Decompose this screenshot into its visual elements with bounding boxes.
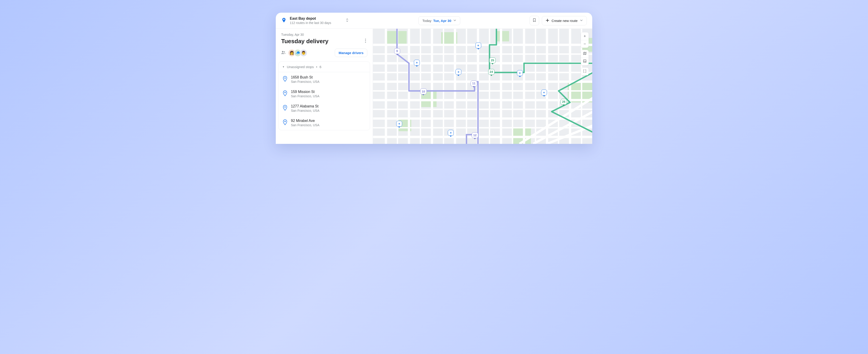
unassigned-count: 6 <box>319 65 321 69</box>
stop-address: 1277 Alabama St <box>291 104 319 108</box>
map-add-stop-marker[interactable]: + <box>396 121 402 127</box>
stop-address: 159 Mission St <box>291 90 319 94</box>
map-add-stop-marker[interactable]: + <box>541 90 547 95</box>
unassigned-label: Unassigned stops <box>287 65 314 69</box>
map-stop-marker[interactable]: 12 <box>472 132 478 138</box>
route-menu-button[interactable] <box>364 37 367 45</box>
depot-name: East Bay depot <box>290 17 331 21</box>
zoom-out-button[interactable]: − <box>581 40 589 48</box>
fullscreen-button[interactable] <box>581 68 589 75</box>
bookmark-icon <box>532 18 536 23</box>
map-stop-marker[interactable]: 10 <box>420 88 427 94</box>
map-add-stop-marker[interactable]: + <box>456 69 461 75</box>
date-prefix: Today <box>422 19 431 23</box>
route-title: Tuesday delivery <box>281 38 329 45</box>
stop-city: San Francisco, USA <box>291 80 319 84</box>
plus-icon <box>546 19 549 23</box>
map-stop-marker[interactable]: 25 <box>489 57 495 63</box>
map-add-stop-marker[interactable]: + <box>517 70 523 76</box>
drivers-row: 👩🧢👨 Manage drivers <box>276 49 373 61</box>
svg-point-4 <box>284 51 285 53</box>
chevron-down-icon <box>453 19 456 23</box>
date-value: Tue, Apr 30 <box>433 19 451 23</box>
map-stop-marker[interactable]: 24 <box>488 69 495 75</box>
svg-point-3 <box>282 51 283 53</box>
svg-point-0 <box>365 39 366 39</box>
unassigned-stops-toggle[interactable]: ▼ Unassigned stops • 6 <box>279 62 370 72</box>
map-stop-marker[interactable]: 9 <box>394 48 400 54</box>
stop-address: 1658 Bush St <box>291 75 319 79</box>
minus-icon: − <box>584 41 586 47</box>
svg-point-2 <box>365 42 366 43</box>
stop-city: San Francisco, USA <box>291 94 319 98</box>
more-vertical-icon <box>365 39 366 43</box>
manage-drivers-label: Manage drivers <box>339 51 364 55</box>
caret-down-icon: ▼ <box>282 66 285 68</box>
depot-selector[interactable]: East Bay depot 112 routes in the last 30… <box>281 17 349 25</box>
unassigned-stops-card: ▼ Unassigned stops • 6 1658 Bush StSan F… <box>278 61 370 130</box>
sidebar: Tuesday, Apr 30 Tuesday delivery 👩🧢👨 <box>276 29 373 144</box>
add-stop-pin-icon <box>282 76 288 82</box>
app-window: East Bay depot 112 routes in the last 30… <box>276 13 592 144</box>
stop-city: San Francisco, USA <box>291 109 319 112</box>
map-pane[interactable]: 9+10++1112++2524++26 + − <box>373 29 592 144</box>
map-icon <box>583 52 587 56</box>
map-add-stop-marker[interactable]: + <box>475 42 481 49</box>
map-style-button[interactable] <box>581 50 589 58</box>
plus-icon: + <box>584 34 586 39</box>
chevron-down-icon <box>580 19 583 23</box>
map-add-stop-marker[interactable]: + <box>448 130 454 136</box>
satellite-button[interactable] <box>581 58 589 65</box>
date-picker[interactable]: Today Tue, Apr 30 <box>418 16 460 25</box>
add-stop-pin-icon <box>282 119 288 125</box>
stops-list: 1658 Bush StSan Francisco, USA159 Missio… <box>279 72 370 130</box>
people-icon <box>281 51 286 55</box>
route-date: Tuesday, Apr 30 <box>281 33 367 36</box>
create-route-button[interactable]: Create new route <box>542 16 587 25</box>
zoom-in-button[interactable]: + <box>581 32 589 40</box>
unfold-icon <box>345 18 349 23</box>
stop-city: San Francisco, USA <box>291 123 319 127</box>
top-bar: East Bay depot 112 routes in the last 30… <box>276 13 592 29</box>
depot-subtitle: 112 routes in the last 30 days <box>290 21 331 25</box>
map-canvas <box>373 29 592 144</box>
manage-drivers-button[interactable]: Manage drivers <box>335 49 367 57</box>
map-controls: + − <box>581 32 589 75</box>
bookmark-button[interactable] <box>530 16 539 25</box>
add-stop-pin-icon <box>282 105 288 111</box>
driver-avatars[interactable]: 👩🧢👨 <box>288 49 307 57</box>
map-stop-marker[interactable]: 26 <box>561 99 567 105</box>
location-pin-icon <box>281 18 287 24</box>
image-icon <box>583 59 587 64</box>
stop-item[interactable]: 1277 Alabama StSan Francisco, USA <box>279 101 370 116</box>
stop-item[interactable]: 92 Mirabel AveSan Francisco, USA <box>279 116 370 130</box>
add-stop-pin-icon <box>282 90 288 96</box>
map-add-stop-marker[interactable]: + <box>414 60 420 66</box>
stop-item[interactable]: 1658 Bush StSan Francisco, USA <box>279 72 370 87</box>
stop-address: 92 Mirabel Ave <box>291 119 319 123</box>
stop-item[interactable]: 159 Mission StSan Francisco, USA <box>279 87 370 101</box>
main-split: Tuesday, Apr 30 Tuesday delivery 👩🧢👨 <box>276 29 592 144</box>
expand-icon <box>583 69 587 74</box>
map-stop-marker[interactable]: 11 <box>471 81 477 86</box>
svg-rect-16 <box>496 31 509 41</box>
svg-point-1 <box>365 40 366 41</box>
driver-avatar[interactable]: 👨 <box>300 49 307 57</box>
create-route-label: Create new route <box>552 19 578 23</box>
route-header: Tuesday, Apr 30 Tuesday delivery <box>276 29 373 49</box>
